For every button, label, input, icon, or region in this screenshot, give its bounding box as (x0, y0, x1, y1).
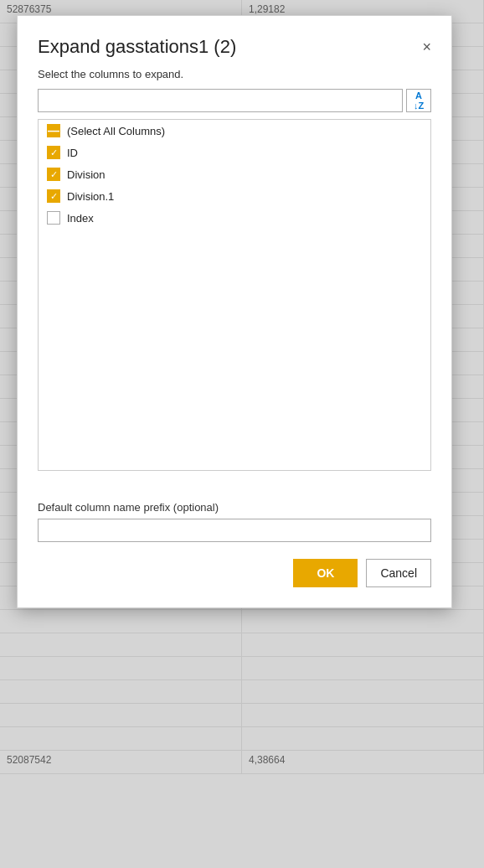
checkmark-icon: ✓ (50, 192, 58, 201)
checkbox-label-division: Division (67, 168, 106, 181)
checkmark-icon: ✓ (50, 148, 58, 158)
checkbox-label-division1: Division.1 (67, 190, 114, 203)
dialog-header: Expand gasstations1 (2) × (18, 16, 451, 68)
checkbox-item-select-all[interactable]: — (Select All Columns) (39, 120, 430, 142)
cancel-button[interactable]: Cancel (366, 559, 431, 587)
checkbox-item-division1[interactable]: ✓ Division.1 (39, 185, 430, 207)
prefix-section: Default column name prefix (optional) (18, 488, 451, 542)
checkbox-index[interactable] (47, 211, 60, 225)
sort-button[interactable]: A↓Z (406, 89, 431, 112)
close-button[interactable]: × (422, 39, 431, 54)
dialog-subtitle: Select the columns to expand. (38, 68, 431, 80)
checkbox-item-division[interactable]: ✓ Division (39, 163, 430, 185)
checkbox-select-all[interactable]: — (47, 124, 60, 137)
checkbox-label-index: Index (67, 212, 94, 225)
checkbox-item-id[interactable]: ✓ ID (39, 142, 430, 163)
checkbox-division1[interactable]: ✓ (47, 189, 60, 203)
expand-dialog: Expand gasstations1 (2) × Select the col… (17, 15, 452, 608)
dialog-title: Expand gasstations1 (2) (38, 36, 236, 58)
checkbox-item-index[interactable]: Index (39, 207, 430, 229)
sort-icon: A↓Z (414, 90, 424, 111)
checkbox-division[interactable]: ✓ (47, 168, 60, 181)
checkbox-label-id: ID (67, 147, 78, 159)
search-row: A↓Z (38, 89, 431, 112)
dialog-footer: OK Cancel (18, 542, 451, 607)
partial-indicator: — (48, 125, 59, 137)
prefix-input[interactable] (38, 519, 431, 542)
checkbox-label-select-all: (Select All Columns) (67, 125, 165, 137)
dialog-body: Select the columns to expand. A↓Z — (Sel… (18, 68, 451, 488)
search-input[interactable] (38, 89, 403, 112)
checkbox-id[interactable]: ✓ (47, 146, 60, 159)
ok-button[interactable]: OK (293, 559, 358, 587)
checkmark-icon: ✓ (50, 170, 58, 179)
column-checkbox-list: — (Select All Columns) ✓ ID ✓ Division (38, 119, 431, 471)
prefix-label: Default column name prefix (optional) (38, 501, 431, 514)
